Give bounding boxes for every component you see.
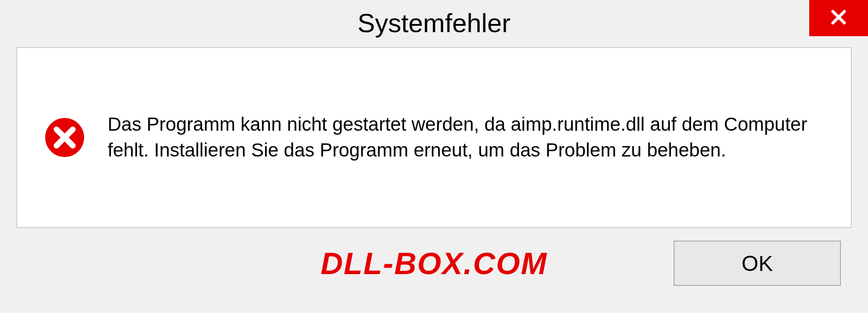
dialog-content: Das Programm kann nicht gestartet werden… [16,47,852,228]
error-icon [44,117,85,158]
close-button[interactable] [809,0,868,36]
ok-button-label: OK [741,251,773,276]
dialog-footer: DLL-BOX.COM OK [0,228,868,286]
titlebar: Systemfehler [0,0,868,45]
error-message: Das Programm kann nicht gestartet werden… [108,112,824,163]
watermark-text: DLL-BOX.COM [321,246,547,281]
dialog-title: Systemfehler [358,8,510,38]
ok-button[interactable]: OK [674,241,841,286]
close-icon [829,7,849,29]
